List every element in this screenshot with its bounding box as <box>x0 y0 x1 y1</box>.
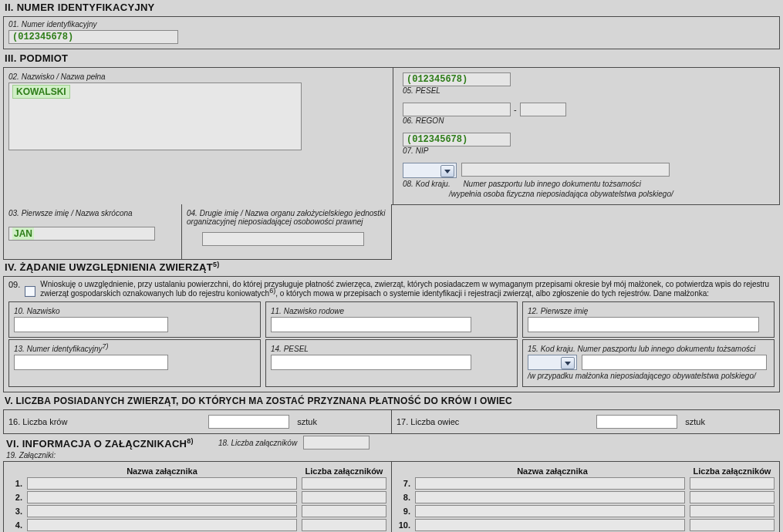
attachment-row: 10. <box>397 519 775 531</box>
field-12-label: 12. Pierwsze imię <box>528 307 769 315</box>
section-iv-title: IV. ŻĄDANIE UWZGLĘDNIENIA ZWIERZĄT5) <box>3 260 780 276</box>
section-iii-row: 02. Nazwisko / Nazwa pełna KOWALSKI (012… <box>3 67 780 205</box>
field-08-sub: /wypełnia osoba fizyczna nieposiadająca … <box>449 190 775 198</box>
field-13-input[interactable] <box>14 355 168 370</box>
field-17-label: 17. Liczba owiec <box>397 417 459 426</box>
attachment-row: 8. <box>397 491 775 503</box>
attachment-name-input[interactable] <box>415 477 685 490</box>
field-17-unit: sztuk <box>685 417 705 426</box>
field-02-value: KOWALSKI <box>12 85 70 99</box>
box-17: 17. Liczba owiec sztuk <box>392 409 780 434</box>
field-11-input[interactable] <box>271 317 471 332</box>
field-04-input[interactable] <box>202 232 364 246</box>
field-07-value[interactable]: (012345678) <box>403 133 511 146</box>
field-08-country-dropdown[interactable] <box>403 163 457 178</box>
field-14-input[interactable] <box>271 355 471 370</box>
box-16: 16. Liczba krów sztuk <box>3 409 392 434</box>
section-iii-row2: 03. Pierwsze imię / Nazwa skrócona JAN 0… <box>3 204 780 260</box>
box-pesel-regon-nip: (012345678) 05. PESEL - 06. REGON (01234… <box>393 67 780 205</box>
attach-hdr-count-right: Liczba załączników <box>690 466 775 476</box>
attachment-name-input[interactable] <box>415 505 685 517</box>
field-06-label: 06. REGON <box>403 116 775 125</box>
box-10: 10. Nazwisko <box>8 301 261 338</box>
field-18-label: 18. Liczba załączników <box>218 439 297 447</box>
attachment-count-input[interactable] <box>690 491 775 503</box>
field-15-label: 15. Kod kraju. Numer paszportu lub inneg… <box>528 345 769 353</box>
field-06-dash: - <box>514 105 517 114</box>
field-06-value-a[interactable] <box>403 103 511 116</box>
attachment-name-input[interactable] <box>415 491 685 503</box>
field-18-input[interactable] <box>303 436 370 450</box>
attachment-row-num: 1. <box>8 479 22 488</box>
section-iv-panel: 09. Wnioskuję o uwzględnienie, przy usta… <box>3 276 780 392</box>
field-02-textarea[interactable]: KOWALSKI <box>8 82 302 150</box>
box-14: 14. PESEL <box>265 339 518 387</box>
field-09-num: 09. <box>8 280 20 289</box>
attachment-name-input[interactable] <box>27 477 297 490</box>
field-14-label: 14. PESEL <box>271 345 512 353</box>
field-19-label: 19. Załączniki: <box>3 451 780 460</box>
field-12-input[interactable] <box>528 317 759 332</box>
field-16-unit: sztuk <box>297 417 317 426</box>
attachment-count-input[interactable] <box>690 477 775 490</box>
box-02-03-04-left: 02. Nazwisko / Nazwa pełna KOWALSKI <box>3 67 393 205</box>
attachment-row: 7. <box>397 477 775 490</box>
attachment-row-num: 7. <box>397 479 410 488</box>
field-05-label: 05. PESEL <box>403 86 775 95</box>
field-03-value: JAN <box>12 227 34 240</box>
attachment-count-input[interactable] <box>302 519 386 531</box>
attachment-row: 1. <box>8 477 386 490</box>
attachment-row: 4. <box>8 519 386 531</box>
attachment-count-input[interactable] <box>690 519 775 531</box>
section-v-title: V. LICZBA POSIADANYCH ZWIERZĄT, DO KTÓRY… <box>3 394 780 409</box>
field-09-text: Wnioskuję o uwzględnienie, przy ustalani… <box>40 280 775 298</box>
field-05-value[interactable]: (012345678) <box>403 72 511 86</box>
attachment-row-num: 9. <box>397 507 410 516</box>
attachments-area: Nazwa załącznika Liczba załączników 1.2.… <box>3 461 780 532</box>
attachment-row: 2. <box>8 491 386 503</box>
section-ii-panel: 01. Numer identyfikacyjny (012345678) <box>3 16 780 49</box>
box-13: 13. Numer identyfikacyjny7) <box>8 339 261 387</box>
attachment-row-num: 10. <box>397 520 410 530</box>
attachment-count-input[interactable] <box>302 491 386 503</box>
section-v-row: 16. Liczba krów sztuk 17. Liczba owiec s… <box>3 409 780 434</box>
field-16-input[interactable] <box>208 415 289 429</box>
attachment-row: 3. <box>8 505 386 517</box>
attachment-name-input[interactable] <box>27 519 297 531</box>
field-02-label: 02. Nazwisko / Nazwa pełna <box>8 72 388 81</box>
field-15-country-dropdown[interactable] <box>528 355 577 370</box>
attachment-name-input[interactable] <box>27 491 297 503</box>
field-09-checkbox[interactable] <box>25 286 35 297</box>
field-10-input[interactable] <box>14 317 168 332</box>
attachment-name-input[interactable] <box>415 519 685 531</box>
attachment-count-input[interactable] <box>302 505 386 517</box>
field-16-label: 16. Liczba krów <box>8 417 67 426</box>
box-12: 12. Pierwsze imię <box>522 301 775 338</box>
field-04-label: 04. Drugie imię / Nazwa organu założycie… <box>187 209 386 231</box>
field-10-label: 10. Nazwisko <box>14 307 255 315</box>
field-08-label: 08. Kod kraju. Numer paszportu lub inneg… <box>403 180 775 188</box>
field-03-input[interactable]: JAN <box>8 227 155 241</box>
field-15-passport-input[interactable] <box>582 355 767 370</box>
section-vi-title: VI. INFORMACJA O ZAŁĄCZNIKACH8) <box>5 436 195 450</box>
attachment-count-input[interactable] <box>302 477 386 490</box>
field-17-input[interactable] <box>596 415 677 429</box>
box-11: 11. Nazwisko rodowe <box>265 301 518 338</box>
attachment-count-input[interactable] <box>690 505 775 517</box>
field-06-value-b[interactable] <box>520 103 566 116</box>
box-04: 04. Drugie imię / Nazwa organu założycie… <box>182 204 392 260</box>
field-11-label: 11. Nazwisko rodowe <box>271 307 512 315</box>
field-13-label: 13. Numer identyfikacyjny7) <box>14 345 255 353</box>
box-15: 15. Kod kraju. Numer paszportu lub inneg… <box>522 339 775 387</box>
section-ii-title: II. NUMER IDENTYFIKACYJNY <box>3 0 780 16</box>
attach-hdr-name-left: Nazwa załącznika <box>22 466 302 476</box>
field-15-sub: /w przypadku małżonka nieposiadającego o… <box>528 372 769 380</box>
attachments-right: Nazwa załącznika Liczba załączników 7.8.… <box>391 461 780 532</box>
field-08-passport-input[interactable] <box>461 163 670 177</box>
field-01-label: 01. Numer identyfikacyjny <box>8 20 775 29</box>
attachment-row-num: 2. <box>8 493 22 502</box>
attach-hdr-name-right: Nazwa załącznika <box>415 466 690 476</box>
attachment-row: 9. <box>397 505 775 517</box>
field-01-value[interactable]: (012345678) <box>8 30 178 44</box>
attachment-name-input[interactable] <box>27 505 297 517</box>
